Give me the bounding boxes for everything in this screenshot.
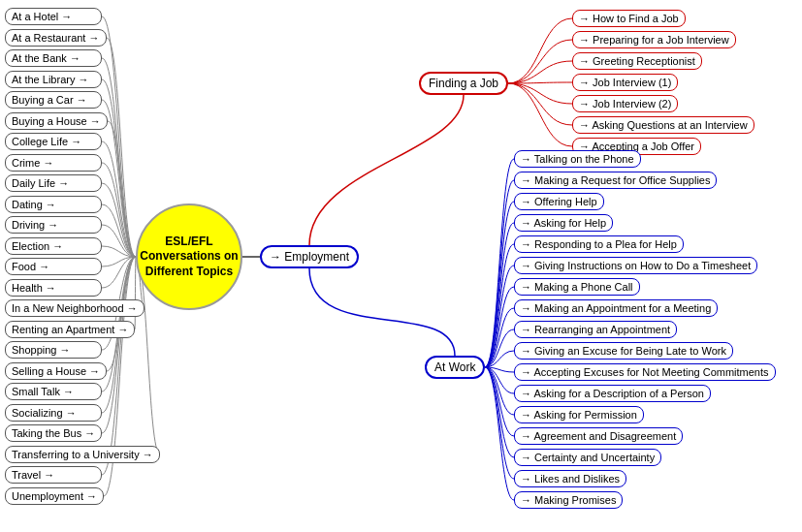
left-item-9[interactable]: Dating → (5, 196, 102, 213)
at-work-item-2[interactable]: → Offering Help (514, 193, 604, 210)
left-item-18[interactable]: Small Talk → (5, 383, 102, 400)
left-item-22[interactable]: Travel → (5, 466, 102, 484)
finding-job-item-5[interactable]: → Asking Questions at an Interview (572, 116, 754, 134)
at-work-item-4[interactable]: → Responding to a Plea for Help (514, 235, 684, 253)
center-node[interactable]: ESL/EFL Conversations on Different Topic… (136, 203, 242, 310)
at-work-item-13[interactable]: → Agreement and Disagreement (514, 427, 683, 445)
at-work-item-8[interactable]: → Rearranging an Appointment (514, 321, 677, 338)
left-item-15[interactable]: Renting an Apartment → (5, 321, 135, 338)
at-work-item-15[interactable]: → Likes and Dislikes (514, 470, 626, 487)
left-item-12[interactable]: Food → (5, 258, 102, 275)
at-work-item-16[interactable]: → Making Promises (514, 491, 623, 509)
finding-job-node[interactable]: Finding a Job (419, 72, 508, 95)
employment-node[interactable]: → Employment (260, 245, 359, 268)
at-work-item-3[interactable]: → Asking for Help (514, 214, 613, 232)
left-item-3[interactable]: At the Library → (5, 71, 102, 88)
left-item-6[interactable]: College Life → (5, 133, 102, 150)
left-item-0[interactable]: At a Hotel → (5, 8, 102, 25)
left-item-17[interactable]: Selling a House → (5, 362, 107, 380)
left-item-23[interactable]: Unemployment → (5, 487, 104, 505)
at-work-item-5[interactable]: → Giving Instructions on How to Do a Tim… (514, 257, 757, 274)
left-item-5[interactable]: Buying a House → (5, 112, 108, 130)
finding-job-item-0[interactable]: → How to Find a Job (572, 10, 686, 27)
finding-job-item-1[interactable]: → Preparing for a Job Interview (572, 31, 736, 48)
left-item-19[interactable]: Socializing → (5, 404, 102, 422)
left-item-20[interactable]: Taking the Bus → (5, 424, 102, 442)
employment-label: → Employment (270, 250, 349, 264)
left-item-4[interactable]: Buying a Car → (5, 91, 102, 109)
finding-job-item-3[interactable]: → Job Interview (1) (572, 74, 678, 91)
left-item-7[interactable]: Crime → (5, 154, 102, 172)
left-item-2[interactable]: At the Bank → (5, 49, 102, 67)
finding-job-item-2[interactable]: → Greeting Receptionist (572, 52, 702, 70)
at-work-item-11[interactable]: → Asking for a Description of a Person (514, 385, 711, 402)
at-work-item-1[interactable]: → Making a Request for Office Supplies (514, 172, 717, 189)
left-item-10[interactable]: Driving → (5, 216, 102, 234)
center-label: ESL/EFL Conversations on Different Topic… (140, 235, 238, 280)
at-work-item-9[interactable]: → Giving an Excuse for Being Late to Wor… (514, 342, 733, 360)
at-work-item-14[interactable]: → Certainty and Uncertainty (514, 449, 661, 466)
left-item-8[interactable]: Daily Life → (5, 174, 102, 192)
at-work-node[interactable]: At Work (425, 356, 485, 379)
left-item-14[interactable]: In a New Neighborhood → (5, 299, 144, 317)
left-item-16[interactable]: Shopping → (5, 341, 102, 359)
left-item-1[interactable]: At a Restaurant → (5, 29, 107, 47)
at-work-label: At Work (434, 360, 475, 374)
left-item-11[interactable]: Election → (5, 237, 102, 255)
finding-job-item-4[interactable]: → Job Interview (2) (572, 95, 678, 112)
at-work-item-6[interactable]: → Making a Phone Call (514, 278, 640, 296)
left-item-13[interactable]: Health → (5, 279, 102, 297)
at-work-item-10[interactable]: → Accepting Excuses for Not Meeting Comm… (514, 363, 776, 381)
left-item-21[interactable]: Transferring to a University → (5, 446, 160, 463)
at-work-item-12[interactable]: → Asking for Permission (514, 406, 644, 423)
finding-job-label: Finding a Job (429, 77, 498, 90)
at-work-item-7[interactable]: → Making an Appointment for a Meeting (514, 299, 718, 317)
at-work-item-0[interactable]: → Talking on the Phone (514, 150, 641, 168)
